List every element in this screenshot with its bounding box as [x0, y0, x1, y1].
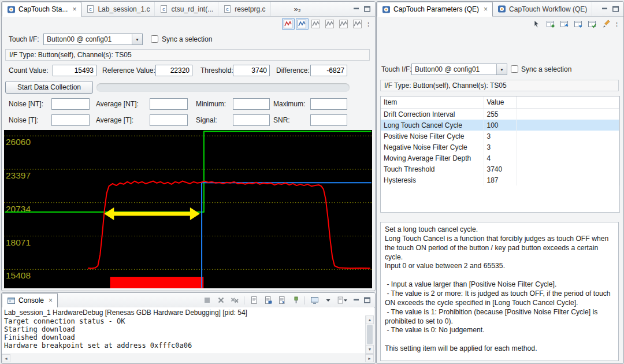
- touch-if-value: Button00 @ config01: [44, 34, 132, 44]
- noise-nt-field[interactable]: [51, 98, 90, 110]
- open-console-icon[interactable]: [336, 294, 348, 306]
- touch-if-label: Touch I/F:: [9, 34, 39, 45]
- parameters-table[interactable]: Item Value Drift Correction Interval 255…: [380, 96, 620, 213]
- scrollbar-thumb[interactable]: [367, 325, 373, 344]
- toolbar-overflow-icon[interactable]: ⁞: [614, 21, 619, 28]
- minimize-icon[interactable]: [351, 4, 361, 14]
- touch-if-select[interactable]: Button00 @ config01 ▾: [43, 34, 143, 45]
- table-row[interactable]: Long Touch Cancel Cycle 100: [381, 120, 619, 131]
- value-cell[interactable]: 100: [484, 120, 516, 131]
- graph-overlay-icon[interactable]: [296, 18, 309, 30]
- table-row[interactable]: Touch Threshold 3740: [381, 164, 619, 174]
- value-cell[interactable]: 3: [484, 142, 516, 153]
- parameter-apply-icon[interactable]: [586, 18, 599, 30]
- sync-selection-checkbox[interactable]: [511, 65, 518, 73]
- item-cell[interactable]: Drift Correction Interval: [381, 109, 484, 120]
- minimize-icon[interactable]: [599, 4, 610, 14]
- tab-console[interactable]: Console ×: [2, 293, 58, 308]
- c-file-icon: c: [86, 5, 95, 13]
- captouch-status-pane: CapTouch Sta... × c Lab_session_1.c c ct…: [1, 1, 376, 291]
- touch-if-select[interactable]: Button00 @ config01 ▾: [411, 64, 507, 75]
- value-cell[interactable]: 3: [484, 131, 516, 142]
- tab-lab-session-1-c[interactable]: c Lab_session_1.c: [81, 2, 155, 16]
- table-row[interactable]: Positive Noise Filter Cycle 3: [381, 131, 619, 142]
- table-row[interactable]: Drift Correction Interval 255: [381, 109, 619, 120]
- tab-label: ctsu_rd_int(...: [171, 5, 213, 13]
- parameter-download-icon[interactable]: [572, 18, 585, 30]
- tab-captouch-workflow[interactable]: CapTouch Workflow (QE): [493, 2, 592, 16]
- tab-resetprg-c[interactable]: c resetprg.c: [218, 2, 270, 16]
- display-selected-console-icon[interactable]: [308, 294, 321, 306]
- parameter-add-icon[interactable]: [544, 18, 557, 30]
- maximum-field[interactable]: [310, 98, 347, 110]
- console-output[interactable]: Lab_session_1 HardwareDebug [Renesas GDB…: [2, 307, 374, 354]
- parameter-upload-icon[interactable]: [558, 18, 571, 30]
- sync-selection-checkbox[interactable]: [151, 35, 158, 43]
- tab-captouch-status[interactable]: CapTouch Sta... ×: [2, 2, 81, 17]
- table-row[interactable]: Hysteresis 187: [381, 174, 619, 185]
- maximize-icon[interactable]: [362, 4, 372, 14]
- difference-field[interactable]: [310, 65, 347, 76]
- item-cell[interactable]: Moving Average Filter Depth: [381, 153, 484, 164]
- tab-ctsu-rd-int-c[interactable]: c ctsu_rd_int(...: [155, 2, 218, 16]
- item-cell[interactable]: Positive Noise Filter Cycle: [381, 131, 484, 142]
- maximize-icon[interactable]: [362, 295, 372, 306]
- item-cell[interactable]: Hysteresis: [381, 174, 484, 185]
- remove-all-terminated-icon[interactable]: [228, 294, 241, 306]
- item-cell[interactable]: Touch Threshold: [381, 164, 484, 174]
- console-vertical-scrollbar[interactable]: ▲ ▼: [365, 315, 374, 354]
- minimize-icon[interactable]: [351, 295, 361, 306]
- graph-view3-icon[interactable]: [337, 18, 350, 30]
- console-history-dropdown-icon[interactable]: [322, 294, 335, 306]
- maximize-icon[interactable]: [610, 4, 621, 14]
- word-wrap-icon[interactable]: [275, 294, 288, 306]
- scroll-up-button[interactable]: ▲: [366, 315, 374, 324]
- scroll-lock-icon[interactable]: [261, 294, 274, 306]
- svg-text:26060: 26060: [6, 137, 31, 147]
- close-icon[interactable]: ×: [72, 6, 76, 13]
- scroll-right-button[interactable]: ►: [365, 354, 374, 362]
- value-cell[interactable]: 187: [484, 174, 516, 185]
- graph-view4-icon[interactable]: [351, 18, 364, 30]
- graph-pointer-icon[interactable]: [282, 18, 295, 30]
- value-cell[interactable]: 255: [484, 109, 516, 120]
- column-header-empty: [516, 96, 619, 109]
- table-row[interactable]: Moving Average Filter Depth 4: [381, 153, 619, 164]
- remove-launch-icon[interactable]: [214, 294, 227, 306]
- scroll-down-button[interactable]: ▼: [366, 345, 374, 354]
- parameter-edit-icon[interactable]: [600, 18, 612, 30]
- reference-value-field[interactable]: [155, 65, 192, 76]
- signal-field[interactable]: [233, 114, 270, 126]
- column-header-item[interactable]: Item: [381, 96, 484, 109]
- item-cell[interactable]: Long Touch Cancel Cycle: [381, 120, 484, 131]
- svg-text:c: c: [226, 6, 229, 12]
- tab-captouch-parameters[interactable]: CapTouch Parameters (QE) ×: [377, 2, 493, 17]
- close-icon[interactable]: ×: [484, 6, 488, 13]
- terminate-icon[interactable]: [200, 294, 213, 306]
- tab-overflow-chevron[interactable]: »₂: [291, 2, 304, 16]
- column-header-value[interactable]: Value: [484, 96, 516, 109]
- start-data-collection-button[interactable]: Start Data Collection: [5, 81, 93, 94]
- value-cell[interactable]: 3740: [484, 164, 516, 174]
- console-horizontal-scrollbar[interactable]: ◄ ►: [2, 354, 374, 362]
- cursor-icon[interactable]: [530, 18, 543, 30]
- toolbar-overflow-icon[interactable]: ⁞: [365, 21, 370, 28]
- pin-console-icon[interactable]: [289, 294, 302, 306]
- close-icon[interactable]: ×: [49, 297, 53, 304]
- graph-view2-icon[interactable]: [324, 18, 336, 30]
- average-t-field[interactable]: [150, 114, 188, 126]
- snr-field[interactable]: [310, 114, 347, 126]
- average-nt-field[interactable]: [150, 98, 188, 110]
- count-value-field[interactable]: [53, 65, 96, 76]
- clear-console-icon[interactable]: [247, 294, 260, 306]
- chevron-down-icon[interactable]: ▾: [132, 34, 142, 44]
- graph-view1-icon[interactable]: [310, 18, 322, 30]
- chevron-down-icon[interactable]: ▾: [496, 64, 507, 75]
- threshold-field[interactable]: [233, 65, 270, 76]
- table-row[interactable]: Negative Noise Filter Cycle 3: [381, 142, 619, 153]
- item-cell[interactable]: Negative Noise Filter Cycle: [381, 142, 484, 153]
- minimum-field[interactable]: [233, 98, 270, 110]
- scroll-left-button[interactable]: ◄: [2, 354, 10, 362]
- value-cell[interactable]: 4: [484, 153, 516, 164]
- noise-t-field[interactable]: [51, 114, 90, 126]
